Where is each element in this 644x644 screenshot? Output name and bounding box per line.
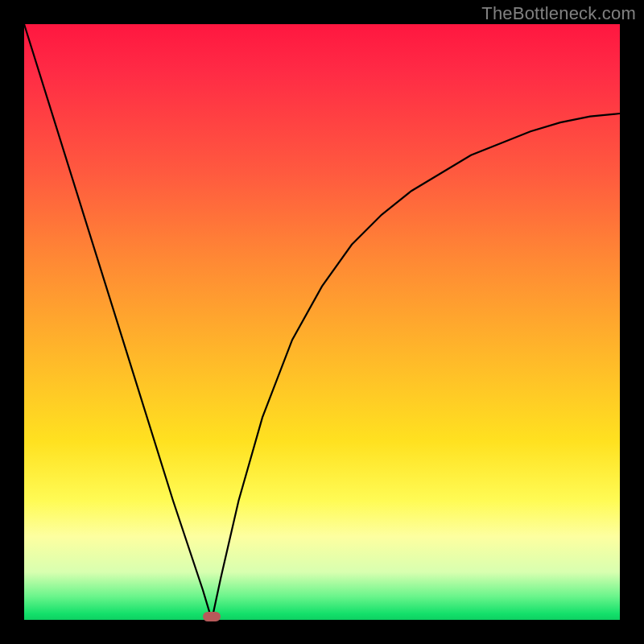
chart-frame: TheBottleneck.com (0, 0, 644, 644)
minimum-marker (203, 612, 221, 621)
curve-path (24, 24, 620, 620)
plot-area (24, 24, 620, 620)
watermark-text: TheBottleneck.com (481, 3, 636, 24)
bottleneck-curve (24, 24, 620, 620)
